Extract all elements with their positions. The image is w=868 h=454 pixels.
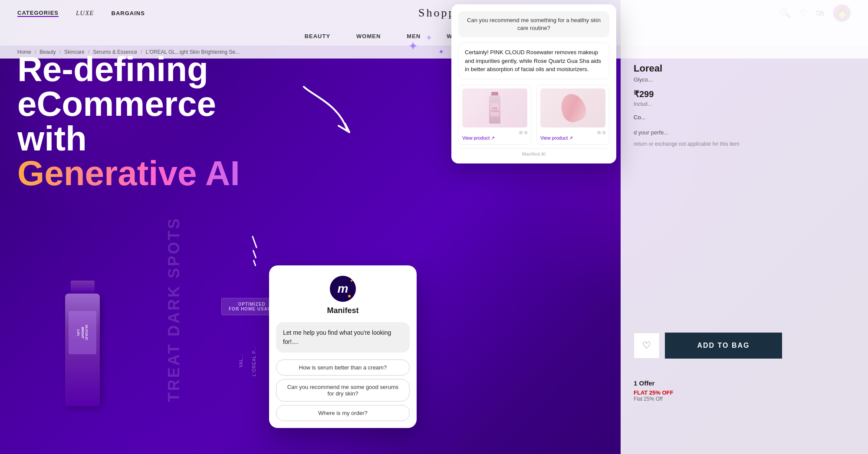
chat-widget-main: m ✦ Manifest Let me help you find what y… (269, 265, 417, 428)
mini-bottle-body: PINK CLOUD (489, 95, 500, 124)
chat-product-image-2 (540, 88, 605, 127)
chat-bot-message: Let me help you find what you're looking… (276, 322, 410, 353)
home-usage-text: FOR HOME USAGE (229, 307, 275, 311)
product-panel-overlay: Loreal Glyco... ₹299 Includ... Co... d y… (621, 0, 868, 454)
mini-cap (491, 92, 498, 95)
product-color: Co... (634, 114, 855, 121)
validated-text: VAL... (239, 353, 243, 368)
chat-suggestions: How is serum better than a cream? Can yo… (269, 358, 417, 428)
chat-widget-recommendations: Can you recommend me something for a hea… (451, 4, 616, 163)
product-policy: return or exchange not applicable for th… (634, 141, 855, 147)
chat-product-card-1: PINK CLOUD ⊞ ⧉ View product ↗ (458, 85, 531, 145)
treat-dark-spots-text: TREAT DARK SPOTS (165, 217, 183, 402)
decorative-lines (254, 234, 255, 268)
bottle-body: GLYCOLICBRIGHT1.0% (65, 294, 100, 406)
product-icons: ⊞ ⧉ (462, 130, 527, 135)
nav-item-categories[interactable]: CATEGORIES (17, 10, 59, 17)
chat-product-card-2: ⊞ ⧉ View product ↗ (536, 85, 609, 145)
chat-user-message: Can you recommend me something for a hea… (458, 11, 609, 37)
chat-header: m ✦ Manifest (269, 265, 417, 322)
offer-tag: FLAT 25% OFF (634, 389, 855, 396)
offers-section: 1 Offer FLAT 25% OFF Flat 25% Off (634, 379, 855, 402)
view-product-link-2[interactable]: View product ↗ (540, 135, 605, 141)
arrow-decoration (278, 78, 365, 158)
chat-logo: m ✦ (330, 276, 356, 302)
hero-line-3: Generative AI (17, 156, 295, 191)
chat-suggestion-3[interactable]: Where is my order? (276, 405, 410, 421)
nav-item-bargains[interactable]: BARGAINS (112, 10, 145, 16)
mini-bottle-label: PINK CLOUD (490, 103, 499, 116)
product-icon-1: ⊞ (519, 130, 523, 135)
product-price-sub: Includ... (634, 101, 855, 107)
product-icons-2: ⊞ ⧉ (540, 130, 605, 135)
bottle-label: GLYCOLICBRIGHT1.0% (69, 311, 96, 354)
product-icon-2: ⧉ (524, 130, 527, 135)
chat-logo-dot (348, 295, 351, 297)
chat-suggestion-2[interactable]: Can you recommend me some good serums fo… (276, 379, 410, 402)
hero-line-1: Re-defining (17, 52, 295, 87)
wishlist-button[interactable]: ♡ (634, 333, 660, 359)
chat-suggestion-1[interactable]: How is serum better than a cream? (276, 359, 410, 376)
add-to-bag-button[interactable]: ADD TO BAG (665, 333, 782, 359)
product-find-perfect: d your perfe... (634, 129, 855, 136)
product-icon-4: ⧉ (602, 130, 605, 135)
star-icon-3: ✦ (438, 48, 444, 56)
nav2-men[interactable]: MEN (407, 33, 421, 39)
star-icon-1: ✦ (408, 39, 418, 53)
bottle-cap (71, 281, 95, 294)
offer-sub: Flat 25% Off (634, 396, 855, 402)
chat-footer-label: Manifest AI (458, 148, 609, 157)
star-icon-2: ✦ (425, 33, 433, 43)
product-price: ₹299 (634, 89, 855, 99)
hero-section: Re-defining eCommerce with Generative AI (17, 52, 295, 191)
product-image-left: GLYCOLICBRIGHT1.0% (52, 281, 113, 419)
chat-product-image-1: PINK CLOUD (462, 88, 527, 127)
view-product-link-1[interactable]: View product ↗ (462, 135, 527, 141)
nav2-women[interactable]: WOMEN (356, 33, 381, 39)
product-description: Glyco... (634, 76, 855, 84)
nav-left: CATEGORIES LUXE BARGAINS (17, 10, 145, 17)
loreal-text: L'OREAL P... (252, 346, 256, 376)
gua-sha-visual (557, 91, 589, 125)
product-icon-3: ⊞ (597, 130, 601, 135)
chat-products-row: PINK CLOUD ⊞ ⧉ View product ↗ ⊞ (458, 85, 609, 145)
chat-ai-message: Certainly! PINK CLOUD Rosewater removes … (458, 42, 609, 79)
chat-brand-name: Manifest (278, 306, 408, 315)
optimized-text: OPTIMIZED (229, 302, 275, 307)
nav2-beauty[interactable]: BEAUTY (305, 33, 330, 39)
nav-item-luxe[interactable]: LUXE (76, 10, 94, 17)
bottle-visual: PINK CLOUD (489, 92, 500, 124)
hero-line-2: eCommerce with (17, 87, 295, 156)
chat-logo-star: ✦ (349, 278, 353, 283)
bottle-label-text: GLYCOLICBRIGHT1.0% (75, 323, 90, 342)
offer-count: 1 Offer (634, 379, 855, 387)
chat-logo-letter: m (338, 282, 349, 296)
wishlist-icon: ♡ (642, 340, 651, 351)
product-brand: Loreal (634, 63, 855, 74)
product-panel-content: Loreal Glyco... ₹299 Includ... Co... d y… (621, 0, 868, 164)
product-actions: ♡ ADD TO BAG (634, 333, 782, 359)
